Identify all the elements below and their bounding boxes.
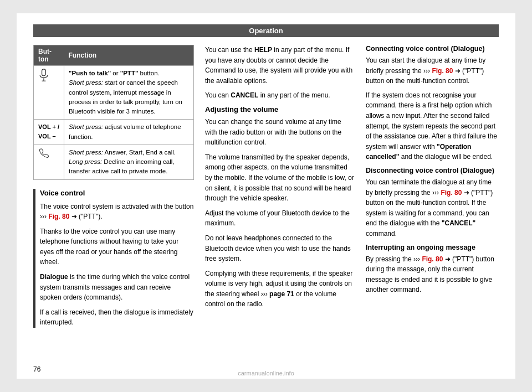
dialogue-term: Dialogue [40, 273, 68, 281]
arrow2-icon: ➜ [71, 213, 79, 220]
mid-para4: The volume transmitted by the speaker de… [205, 152, 355, 204]
fig-ref-80-1: Fig. 80 [48, 213, 69, 220]
arrow-icon-2: ››› [261, 290, 269, 298]
voice-control-para3: Dialogue is the time during which the vo… [40, 272, 194, 303]
interrupting-para1: By pressing the ››› Fig. 80 ➜ ("PTT") bu… [366, 254, 499, 295]
disconnecting-para1: You can terminate the dialogue at any ti… [366, 177, 499, 239]
mid-para3: You can change the sound volume at any t… [205, 117, 355, 148]
connecting-para2: If the system does not recognise your co… [366, 90, 499, 162]
operation-cancelled-term: "Operation cancelled" [366, 143, 471, 161]
disconnecting-voice-heading: Disconnecting voice control (Dialogue) [366, 167, 499, 174]
fig-ref-80-3: Fig. 80 [441, 189, 462, 197]
svg-rect-0 [42, 69, 46, 76]
header-title: Operation [249, 27, 283, 35]
adjusting-volume-heading: Adjusting the volume [205, 105, 355, 114]
voice-control-section: Voice control The voice control system i… [33, 189, 194, 328]
cancel-term: CANCEL [231, 91, 258, 99]
connecting-para1: You can start the dialogue at any time b… [366, 55, 499, 86]
short-press-phone-label: Short press: [69, 149, 103, 156]
table-cell-btn-phone [34, 145, 64, 179]
short-press-vol-label: Short press: [69, 123, 103, 130]
long-press-label: Long press: [69, 158, 102, 165]
arrow4-icon: ➜ [464, 189, 471, 197]
ptt-label: "PTT" [120, 70, 139, 76]
table-row: "Push to talk" or "PTT" button. Short pr… [34, 66, 194, 120]
table-row: Short press: Answer, Start, End a call. … [34, 145, 194, 179]
content-columns: But-ton Function [33, 45, 499, 360]
table-cell-func-phone: Short press: Answer, Start, End a call. … [64, 145, 194, 179]
mic-icon [38, 69, 49, 82]
mid-column: You can use the HELP in any part of the … [205, 45, 355, 360]
table-header-function: Function [64, 45, 194, 66]
mid-para6: Do not leave headphones connected to the… [205, 233, 355, 264]
page: Operation But-ton Function [17, 13, 515, 379]
connecting-voice-heading: Connecting voice control (Dialogue) [366, 45, 499, 53]
arrow-icon-3: ››› [423, 67, 432, 75]
voice-control-para1: The voice control system is activated wi… [40, 202, 194, 222]
phone-icon [38, 148, 49, 160]
table-cell-func-vol: Short press: adjust volume of telephone … [64, 120, 194, 145]
interrupting-heading: Interrupting an ongoing message [366, 244, 499, 251]
page71-ref: page 71 [269, 290, 294, 298]
right-column: Connecting voice control (Dialogue) You … [366, 45, 499, 360]
fig-ref-80-4: Fig. 80 [422, 255, 443, 263]
arrow-icon-5: ››› [413, 255, 422, 263]
table-cell-btn-mic [34, 66, 64, 120]
table-header-button: But-ton [34, 45, 64, 66]
arrow-icon-4: ››› [432, 189, 441, 197]
left-column: But-ton Function [33, 45, 194, 360]
mid-para5: Adjust the volume of your Bluetooth devi… [205, 208, 355, 229]
mid-para1: You can use the HELP in any part of the … [205, 45, 355, 86]
voice-control-para4: If a call is received, then the dialogue… [40, 307, 194, 328]
mid-para2: You can CANCEL in any part of the menu. [205, 90, 355, 101]
help-term: HELP [254, 46, 272, 54]
cancel-cmd-term: "CANCEL" [442, 219, 475, 227]
table-cell-func-mic: "Push to talk" or "PTT" button. Short pr… [64, 66, 194, 120]
arrow3-icon: ➜ [455, 67, 462, 75]
voice-control-heading: Voice control [40, 189, 194, 197]
push-to-talk-label: "Push to talk" [69, 70, 111, 76]
table-cell-btn-vol: VOL + /VOL – [34, 120, 64, 145]
function-table: But-ton Function [33, 45, 194, 180]
short-press-label: Short press: [69, 79, 103, 86]
watermark: carmanualonline.info [17, 370, 515, 379]
voice-control-para2: Thanks to the voice control you can use … [40, 226, 194, 267]
mid-para7: Complying with these requirements, if th… [205, 269, 355, 310]
fig-ref-80-2: Fig. 80 [432, 67, 453, 75]
header-bar: Operation [33, 24, 499, 37]
arrow-icon: ››› [40, 213, 48, 220]
table-row: VOL + /VOL – Short press: adjust volume … [34, 120, 194, 145]
arrow5-icon: ➜ [445, 255, 452, 263]
